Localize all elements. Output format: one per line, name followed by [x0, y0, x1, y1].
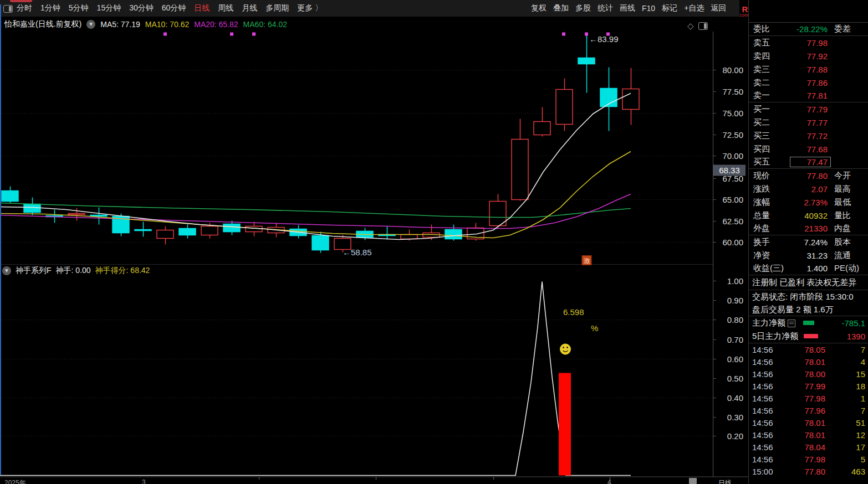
ask-row-卖三: 卖三77.88	[749, 63, 868, 76]
net5-value: 1390	[821, 332, 865, 341]
ask-price: 77.98	[790, 38, 828, 48]
left-edge-highlight	[0, 4, 1, 475]
info-row-4: 外盘21330内盘	[749, 222, 868, 235]
quote-panel: 委比 -28.22% 委差 卖五77.98卖四77.92卖三77.88卖二77.…	[748, 0, 868, 484]
axis-label: 60.00	[722, 238, 743, 247]
menu-item-right-3[interactable]: 统计	[598, 3, 613, 13]
timeline-label-3: 日线	[718, 478, 732, 484]
menu-item-8[interactable]: 月线	[242, 3, 257, 13]
menu-item-9[interactable]: 多周期	[265, 3, 289, 13]
price-annotation: ←58.85	[343, 248, 372, 257]
tick-time: 14:56	[752, 357, 781, 367]
axis-label: 0.60	[727, 354, 743, 364]
candle-body	[68, 214, 85, 215]
diamond-icon[interactable]: ◇	[687, 21, 694, 31]
ma20-label: MA20: 65.82	[194, 20, 238, 29]
detail-list-icon[interactable]	[788, 320, 795, 327]
tick-volume: 5	[825, 455, 865, 464]
tick-volume: 1	[825, 394, 865, 403]
axis-label: 0.40	[727, 393, 743, 403]
info-value: 2.07	[790, 184, 828, 194]
tick-volume: 15	[825, 369, 865, 379]
axis-label: 80.00	[722, 65, 743, 75]
tick-row-1: 14:5678.014	[749, 356, 868, 368]
signal-dot	[562, 33, 565, 36]
net5-row: 5日主力净额 1390	[749, 329, 868, 343]
menu-item-right-4[interactable]: 画线	[620, 3, 635, 13]
stamp-text: 激	[584, 257, 590, 265]
bid-label: 买三	[753, 131, 790, 141]
chevron-down-icon[interactable]: ▼	[2, 266, 11, 275]
time-sales-list[interactable]: 14:5678.05714:5678.01414:5678.001514:567…	[749, 343, 868, 477]
menu-item-0[interactable]: 分时	[17, 3, 32, 13]
menu-item-right-2[interactable]: 多股	[575, 3, 591, 13]
tick-volume: 7	[825, 406, 865, 415]
candle-body	[556, 90, 573, 125]
menu-item-right-0[interactable]: 复权	[531, 3, 547, 13]
ask-label: 卖四	[753, 51, 790, 61]
ask-row-卖二: 卖二77.86	[749, 76, 868, 89]
candle-body	[157, 230, 173, 239]
candles	[2, 35, 639, 253]
info-label: 涨跌	[753, 184, 790, 194]
candle-body	[578, 58, 595, 64]
bid-price: 77.68	[790, 145, 828, 154]
axis-label: 77.50	[722, 87, 743, 96]
candle-body	[2, 191, 18, 202]
timeline-tick	[376, 477, 376, 480]
timeline-label-0: 2025年	[4, 478, 26, 484]
timeline-axis[interactable]: 2025年34日线	[0, 477, 748, 484]
tick-row-7: 14:5678.0112	[749, 429, 868, 441]
indicator-signal-bar	[559, 373, 571, 476]
tools-menu: 复权叠加多股统计画线F10标记+自选返回	[531, 0, 726, 17]
signal-dot	[252, 33, 256, 36]
bid-label: 买一	[753, 104, 790, 115]
menu-item-right-1[interactable]: 叠加	[553, 3, 569, 13]
menu-item-7[interactable]: 周线	[218, 3, 233, 13]
axis-label: 0.50	[727, 374, 743, 383]
info-row-2: 涨幅2.73%最低	[749, 195, 868, 209]
ma10-label: MA10: 70.62	[145, 20, 189, 29]
pane-layout-icon[interactable]	[3, 5, 13, 13]
candle-body	[489, 202, 506, 226]
info-value: 21330	[790, 224, 828, 233]
menu-item-1[interactable]: 1分钟	[40, 3, 60, 13]
weicha-label: 委差	[834, 24, 864, 34]
menu-item-right-7[interactable]: +自选	[684, 3, 704, 13]
info-label2: 量比	[834, 210, 864, 221]
red-bar-swatch	[804, 334, 818, 338]
indicator-value-annotation: 6.598	[563, 307, 584, 317]
info-label2: 最低	[834, 197, 864, 208]
ask-price: 77.86	[790, 78, 828, 87]
tick-row-10: 15:0077.80463	[749, 465, 868, 477]
tick-price: 78.01	[781, 418, 825, 428]
tick-price: 78.01	[781, 357, 825, 367]
info-label: 现价	[753, 171, 790, 181]
menu-item-3[interactable]: 15分钟	[97, 3, 121, 13]
candle-body	[622, 89, 639, 110]
timeline-thumb[interactable]	[689, 478, 697, 484]
tick-row-9: 14:5677.985	[749, 453, 868, 465]
bid-row-买三: 买三77.72	[749, 129, 868, 142]
split-pane-icon[interactable]	[698, 22, 708, 30]
menu-item-2[interactable]: 5分钟	[69, 3, 89, 13]
menu-item-right-5[interactable]: F10	[642, 4, 655, 13]
menu-item-10[interactable]: 更多 〉	[297, 3, 323, 13]
tick-row-3: 14:5677.9918	[749, 380, 868, 392]
ask-label: 卖二	[753, 78, 790, 88]
menu-item-5[interactable]: 60分钟	[162, 3, 186, 13]
signal-dot	[585, 33, 588, 36]
smiley-eye	[566, 347, 568, 348]
candle-body	[445, 230, 462, 239]
info-row-5: 换手7.24%股本	[749, 235, 868, 249]
menu-item-6[interactable]: 日线	[194, 3, 210, 13]
bid-price: 77.47	[790, 157, 831, 167]
menu-item-right-8[interactable]: 返回	[711, 3, 726, 13]
kline-chart-canvas[interactable]: 80.0077.5075.0072.5070.0067.5065.0062.50…	[0, 32, 748, 477]
menu-item-right-6[interactable]: 标记	[662, 3, 677, 13]
candle-body	[135, 230, 151, 231]
candle-body	[179, 229, 196, 235]
chevron-down-icon[interactable]: ▼	[86, 20, 95, 29]
menu-item-4[interactable]: 30分钟	[129, 3, 154, 13]
main-net-value: -785.1	[818, 318, 865, 328]
